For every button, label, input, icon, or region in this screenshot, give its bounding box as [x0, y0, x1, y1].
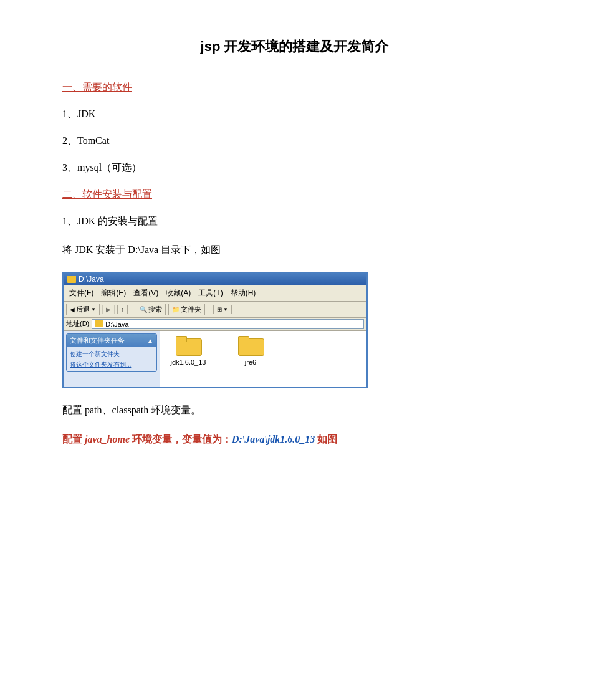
view-dropdown-icon: ▼ [223, 307, 228, 312]
sidebar-task-item-1[interactable]: 创建一个新文件夹 [70, 349, 153, 358]
search-button[interactable]: 🔍 搜索 [136, 304, 166, 315]
up-button[interactable]: ↑ [117, 305, 128, 314]
item-jdk: 1、JDK [62, 108, 527, 121]
sidebar-task-item-2[interactable]: 将这个文件夹发布到... [70, 360, 153, 369]
sub-heading-jdk-install: 1、JDK 的安装与配置 [62, 215, 527, 228]
file-item-jre[interactable]: jre6 [229, 336, 272, 367]
explorer-toolbar: ◀ 后退 ▼ ▶ ↑ 🔍 搜索 📁 文件夹 ⊞ ▼ [64, 302, 366, 318]
back-label: 后退 [76, 305, 90, 314]
address-label: 地址(D) [66, 319, 89, 328]
sidebar-task-panel: 文件和文件夹任务 ▲ 创建一个新文件夹 将这个文件夹发布到... [66, 333, 157, 372]
menu-help: 帮助(H) [227, 287, 259, 300]
folder-icon-jre [238, 336, 263, 356]
address-folder-icon [95, 320, 103, 327]
back-arrow-icon: ◀ [70, 306, 75, 313]
windows-explorer-screenshot: D:\Java 文件(F) 编辑(E) 查看(V) 收藏(A) 工具(T) 帮助… [62, 272, 368, 388]
explorer-addressbar: 地址(D) D:\Java [64, 318, 366, 331]
folders-icon: 📁 [172, 306, 180, 313]
item-tomcat: 2、TomCat [62, 135, 527, 148]
file-label-jre: jre6 [245, 358, 256, 367]
file-item-jdk[interactable]: jdk1.6.0_13 [166, 336, 210, 367]
address-value: D:\Java [105, 320, 128, 328]
java-home-suffix: 如图 [315, 434, 337, 444]
search-icon: 🔍 [140, 306, 147, 313]
java-home-line: 配置 java_home 环境变量，变量值为：D:\Java\jdk1.6.0_… [62, 431, 527, 448]
sidebar-task-header: 文件和文件夹任务 ▲ [67, 334, 156, 347]
view-icon: ⊞ [217, 306, 222, 313]
up-icon: ↑ [121, 306, 124, 313]
java-home-path: D:\Java\jdk1.6.0_13 [232, 434, 315, 444]
toolbar-separator [132, 304, 132, 315]
file-label-jdk: jdk1.6.0_13 [171, 358, 206, 367]
folder-icon-jdk [176, 336, 201, 356]
menu-tools: 工具(T) [195, 287, 226, 300]
folders-button[interactable]: 📁 文件夹 [168, 304, 205, 315]
toolbar-separator2 [209, 304, 209, 315]
forward-arrow-icon: ▶ [106, 306, 111, 313]
explorer-files-area: jdk1.6.0_13 jre6 [160, 331, 366, 387]
explorer-sidebar: 文件和文件夹任务 ▲ 创建一个新文件夹 将这个文件夹发布到... [64, 331, 160, 387]
item-mysql: 3、mysql（可选） [62, 161, 527, 175]
java-home-varname: java_home [85, 434, 130, 444]
forward-button[interactable]: ▶ [102, 305, 115, 314]
menu-file: 文件(F) [66, 287, 97, 300]
explorer-title: D:\Java [79, 275, 104, 284]
back-dropdown-icon: ▼ [91, 307, 96, 312]
explorer-body: 文件和文件夹任务 ▲ 创建一个新文件夹 将这个文件夹发布到... jdk1.6.… [64, 331, 366, 387]
section1-heading: 一、需要的软件 [62, 81, 527, 94]
search-label: 搜索 [148, 305, 162, 314]
install-text: 将 JDK 安装于 D:\Java 目录下，如图 [62, 242, 527, 258]
sidebar-task-content: 创建一个新文件夹 将这个文件夹发布到... [67, 347, 156, 371]
titlebar-folder-icon [67, 276, 76, 283]
java-home-prefix: 配置 [62, 434, 85, 444]
sidebar-collapse-icon: ▲ [147, 337, 153, 344]
java-home-middle: 环境变量，变量值为： [130, 434, 232, 444]
section2-heading: 二、软件安装与配置 [62, 188, 527, 201]
explorer-menubar: 文件(F) 编辑(E) 查看(V) 收藏(A) 工具(T) 帮助(H) [64, 285, 366, 302]
view-button[interactable]: ⊞ ▼ [213, 305, 232, 314]
sidebar-task-title: 文件和文件夹任务 [70, 336, 125, 345]
folders-label: 文件夹 [181, 305, 201, 314]
menu-view: 查看(V) [130, 287, 161, 300]
page-title: jsp 开发环境的搭建及开发简介 [62, 37, 527, 56]
menu-edit: 编辑(E) [98, 287, 129, 300]
menu-favorites: 收藏(A) [163, 287, 194, 300]
address-field[interactable]: D:\Java [92, 319, 364, 329]
config-path-text: 配置 path、classpath 环境变量。 [62, 402, 527, 418]
explorer-titlebar: D:\Java [64, 273, 366, 285]
back-button[interactable]: ◀ 后退 ▼ [66, 304, 100, 315]
